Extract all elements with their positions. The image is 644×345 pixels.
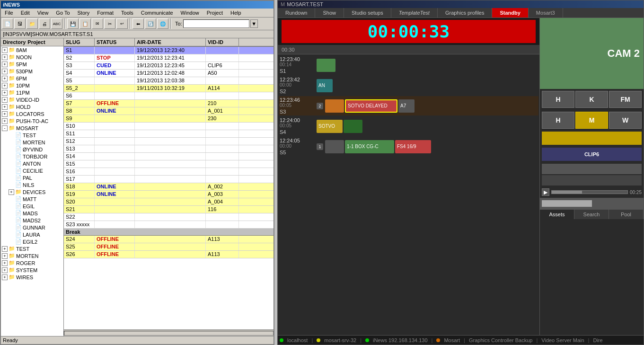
expand-noon[interactable]: +: [2, 54, 8, 60]
table-row[interactable]: S9 230: [64, 115, 273, 123]
table-row[interactable]: S20 A_004: [64, 198, 273, 206]
toolbar-btn-8[interactable]: ↩: [116, 18, 128, 29]
expand-11pm[interactable]: +: [2, 90, 8, 96]
tree-item-morten2[interactable]: +📁MORTEN: [1, 252, 63, 259]
toolbar-btn-1[interactable]: 📄: [2, 18, 13, 29]
tree-item-egil[interactable]: 📄EGIL: [1, 203, 63, 210]
expand-5pm[interactable]: +: [2, 62, 8, 67]
tree-item-test[interactable]: 📄TEST: [1, 132, 63, 139]
tab-studio[interactable]: Studio setups: [344, 8, 391, 18]
tree-item-10pm[interactable]: +📁10PM: [1, 82, 63, 89]
tree-item-5pm[interactable]: +📁5PM: [1, 61, 63, 68]
menu-window[interactable]: Window: [179, 9, 201, 16]
table-row[interactable]: S2 STOP 19/12/2013 12:23:41: [64, 54, 273, 62]
menu-format[interactable]: Format: [95, 9, 115, 16]
tab-pool[interactable]: Pool: [609, 210, 644, 219]
table-row[interactable]: S15: [64, 160, 273, 168]
tab-show[interactable]: Show: [315, 8, 344, 18]
tree-item-hold[interactable]: +📁HOLD: [1, 103, 63, 110]
tree-item-6pm[interactable]: +📁6PM: [1, 75, 63, 82]
tree-item-nils[interactable]: 📄NILS: [1, 181, 63, 188]
tree-item-mads[interactable]: 📄MADS: [1, 210, 63, 217]
tab-rundown[interactable]: Rundown: [278, 8, 315, 18]
tree-item-oyvind[interactable]: 📄ØYVIND: [1, 146, 63, 153]
table-row[interactable]: S22: [64, 213, 273, 221]
expand-devices[interactable]: +: [9, 189, 14, 195]
expand-locators[interactable]: +: [2, 111, 8, 117]
toolbar-btn-3[interactable]: 📁: [26, 18, 38, 29]
table-row[interactable]: S25 OFFLINE: [64, 243, 273, 251]
table-row[interactable]: S26 OFFLINE A113: [64, 251, 273, 258]
tree-item-egil2[interactable]: 📄EGIL2: [1, 238, 63, 245]
menu-view[interactable]: View: [35, 9, 51, 16]
btn-w[interactable]: W: [609, 112, 642, 129]
tree-item-roger[interactable]: +📁ROGER: [1, 259, 63, 266]
toolbar-btn-6[interactable]: ✉: [92, 18, 103, 29]
expand-10pm[interactable]: +: [2, 83, 8, 88]
table-row[interactable]: S7 OFFLINE 210: [64, 100, 273, 107]
table-row[interactable]: S13: [64, 145, 273, 153]
expand-wires[interactable]: +: [2, 274, 8, 280]
table-row[interactable]: S4 ONLINE 19/12/2013 12:02:48 A50: [64, 70, 273, 77]
tree-item-gunnar[interactable]: 📄GUNNAR: [1, 224, 63, 231]
toolbar-btn-11[interactable]: 🌐: [157, 18, 168, 29]
toolbar-btn-abc[interactable]: ABC: [51, 18, 62, 29]
menu-story[interactable]: Story: [76, 9, 92, 16]
expand-test2[interactable]: +: [2, 246, 8, 252]
tab-mosart3[interactable]: Mosart3: [529, 8, 563, 18]
table-row[interactable]: S8 ONLINE A_001: [64, 107, 273, 115]
toolbar-btn-print[interactable]: 🖨: [39, 18, 50, 29]
table-row[interactable]: S1 19/12/2013 12:23:40: [64, 47, 273, 54]
tree-item-pushtoacc[interactable]: +📁PUSH-TO-AC: [1, 117, 63, 124]
table-row[interactable]: S16: [64, 168, 273, 176]
table-row[interactable]: S23 xxxxx: [64, 221, 273, 229]
tab-search[interactable]: Search: [574, 210, 609, 219]
table-row[interactable]: S10: [64, 123, 273, 130]
btn-fm[interactable]: FM: [609, 91, 642, 108]
tab-standby[interactable]: Standby: [492, 8, 528, 18]
tab-templatetest[interactable]: TemplateTest: [391, 8, 438, 18]
table-row[interactable]: S24 OFFLINE A113: [64, 236, 273, 243]
tree-item-mosart[interactable]: -📁MOSART: [1, 124, 63, 132]
table-row[interactable]: S18 ONLINE A_002: [64, 183, 273, 191]
menu-goto[interactable]: Go To: [54, 9, 71, 16]
expand-system[interactable]: +: [2, 267, 8, 273]
tree-item-laura[interactable]: 📄LAURA: [1, 231, 63, 238]
tree-item-noon[interactable]: +📁NOON: [1, 53, 63, 61]
btn-h1[interactable]: H: [542, 91, 574, 108]
table-row[interactable]: S6: [64, 92, 273, 100]
table-row[interactable]: S17: [64, 176, 273, 183]
menu-file[interactable]: File: [3, 9, 15, 16]
tree-item-morten[interactable]: 📄MORTEN: [1, 139, 63, 146]
table-row[interactable]: S5 19/12/2013 12:03:38: [64, 77, 273, 85]
toolbar-btn-save[interactable]: 💾: [67, 18, 79, 29]
tree-item-mads2[interactable]: 📄MADS2: [1, 217, 63, 224]
tree-item-530pm[interactable]: +📁530PM: [1, 68, 63, 75]
tree-item-test2[interactable]: +📁TEST: [1, 245, 63, 252]
expand-hold[interactable]: +: [2, 104, 8, 110]
table-row[interactable]: S14: [64, 153, 273, 160]
tree-item-11pm[interactable]: +📁11PM: [1, 89, 63, 96]
menu-communicate[interactable]: Communicate: [139, 9, 175, 16]
expand-pushtoacc[interactable]: +: [2, 118, 8, 124]
expand-morten2[interactable]: +: [2, 253, 8, 259]
table-row[interactable]: S5_2 19/11/2013 10:32:19 A114: [64, 85, 273, 92]
tree-item-videoid[interactable]: +📁VIDEO-ID: [1, 96, 63, 103]
expand-mosart[interactable]: -: [2, 125, 8, 131]
tree-item-torbjor[interactable]: 📄TORBJOR: [1, 153, 63, 160]
table-hscroll[interactable]: [64, 329, 273, 336]
toolbar-btn-10[interactable]: 🔃: [145, 18, 156, 29]
to-dropdown[interactable]: ▼: [250, 19, 258, 28]
tree-item-wires[interactable]: +📁WIRES: [1, 274, 63, 281]
toolbar-btn-2[interactable]: 🖫: [14, 18, 26, 29]
expand-roger[interactable]: +: [2, 260, 8, 266]
tree-item-matt[interactable]: 📄MATT: [1, 195, 63, 203]
to-input[interactable]: [183, 19, 249, 28]
toolbar-btn-5[interactable]: 📋: [79, 18, 91, 29]
table-row[interactable]: S11: [64, 130, 273, 138]
expand-8am[interactable]: +: [2, 47, 8, 53]
table-row[interactable]: S12: [64, 138, 273, 145]
tab-graphics[interactable]: Graphics profiles: [438, 8, 493, 18]
expand-6pm[interactable]: +: [2, 76, 8, 81]
tree-item-devices[interactable]: +📁DEVICES: [1, 188, 63, 195]
